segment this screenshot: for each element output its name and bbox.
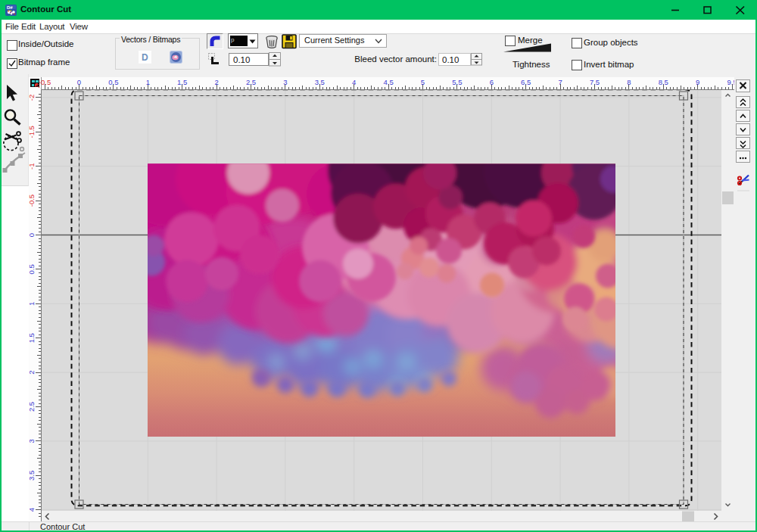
svg-text:1.5: 1.5 xyxy=(177,78,187,86)
svg-text:7: 7 xyxy=(558,78,562,86)
svg-text:2.5: 2.5 xyxy=(246,78,256,86)
svg-text:2.5: 2.5 xyxy=(29,402,36,412)
svg-text:3: 3 xyxy=(29,439,36,443)
svg-text:2: 2 xyxy=(214,78,218,86)
svg-text:-2: -2 xyxy=(29,95,36,101)
svg-text:1: 1 xyxy=(29,302,36,306)
svg-text:4.5: 4.5 xyxy=(383,78,393,86)
svg-text:-0.5: -0.5 xyxy=(29,194,36,207)
svg-text:3.5: 3.5 xyxy=(315,78,325,86)
svg-text:0: 0 xyxy=(77,78,81,86)
svg-text:1.5: 1.5 xyxy=(29,333,36,343)
svg-text:5: 5 xyxy=(421,78,425,86)
svg-text:4: 4 xyxy=(352,78,356,86)
svg-text:-0.5: -0.5 xyxy=(39,78,51,86)
svg-text:5.5: 5.5 xyxy=(452,78,462,86)
svg-text:0.5: 0.5 xyxy=(108,78,118,86)
svg-text:D#: D# xyxy=(7,5,13,10)
svg-text:7.5: 7.5 xyxy=(590,78,600,86)
svg-text:1: 1 xyxy=(146,78,150,86)
svg-text:3.5: 3.5 xyxy=(29,471,36,481)
svg-text:8: 8 xyxy=(627,78,631,86)
svg-text:3: 3 xyxy=(283,78,287,86)
svg-text:-1.5: -1.5 xyxy=(29,126,36,138)
svg-text:-1: -1 xyxy=(29,163,36,169)
svg-text:8.5: 8.5 xyxy=(659,78,668,86)
svg-text:4: 4 xyxy=(29,508,36,512)
svg-text:9: 9 xyxy=(696,78,699,86)
svg-text:0: 0 xyxy=(29,233,36,237)
svg-text:0.5: 0.5 xyxy=(29,264,36,274)
svg-text:6.5: 6.5 xyxy=(521,78,531,86)
svg-text:2: 2 xyxy=(29,370,36,374)
svg-text:6: 6 xyxy=(490,78,494,86)
